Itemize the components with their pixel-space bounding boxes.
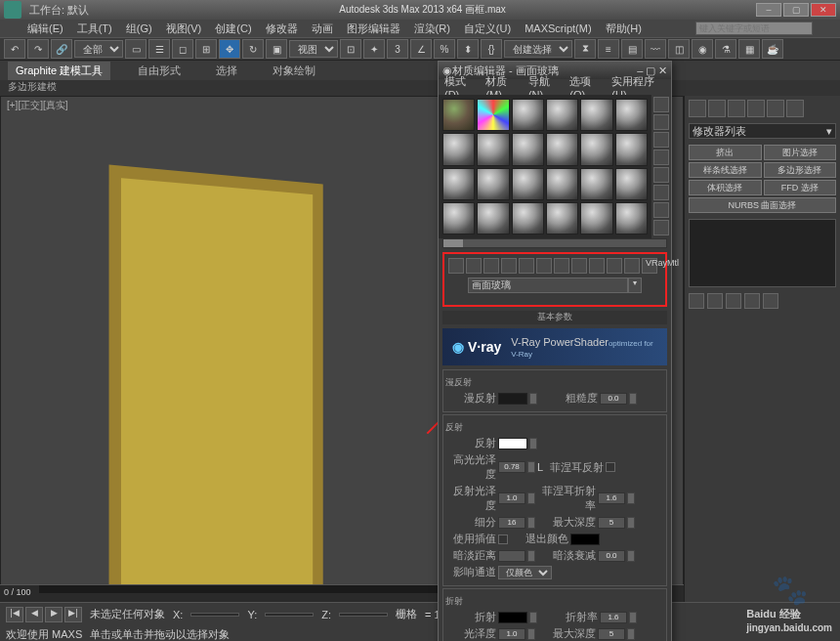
menu-tools[interactable]: 工具(T)	[77, 21, 112, 36]
spin-btn[interactable]	[527, 628, 535, 640]
material-slot[interactable]	[546, 99, 578, 131]
material-id-icon[interactable]	[571, 258, 587, 274]
spin-btn[interactable]	[527, 517, 535, 529]
angle-snap-button[interactable]: ∠	[410, 39, 432, 59]
menu-create[interactable]: 创建(C)	[215, 21, 251, 36]
z-field[interactable]	[339, 613, 388, 617]
spin-btn[interactable]	[627, 517, 635, 529]
sample-uv-icon[interactable]	[653, 150, 669, 165]
prev-frame-button[interactable]: ◀	[25, 607, 43, 622]
utilities-panel-icon[interactable]	[786, 100, 804, 117]
undo-button[interactable]: ↶	[4, 39, 25, 59]
schematic-button[interactable]: ◫	[668, 39, 690, 59]
menu-customize[interactable]: 自定义(U)	[464, 21, 511, 36]
material-scrollbar[interactable]	[442, 238, 667, 248]
pivot-button[interactable]: ⊡	[340, 39, 361, 59]
selection-filter[interactable]: 全部	[74, 40, 123, 58]
material-slot[interactable]	[580, 168, 612, 200]
material-slot[interactable]	[615, 202, 648, 235]
named-sel-dropdown[interactable]: 创建选择集	[504, 40, 572, 58]
viewport-label[interactable]: [+][正交][真实]	[7, 99, 68, 112]
snap-button[interactable]: 3	[387, 39, 408, 59]
named-sel-button[interactable]: {}	[481, 39, 502, 59]
window-crossing-button[interactable]: ⊞	[195, 39, 217, 59]
next-frame-button[interactable]: ▶|	[64, 607, 82, 622]
menu-help[interactable]: 帮助(H)	[606, 21, 642, 36]
layers-button[interactable]: ▤	[621, 39, 643, 59]
tab-selection[interactable]: 选择	[208, 62, 245, 80]
display-panel-icon[interactable]	[767, 100, 784, 117]
material-slot[interactable]	[477, 99, 509, 131]
refl-interp-checkbox[interactable]	[498, 534, 508, 544]
get-material-icon[interactable]	[448, 258, 464, 274]
unique-icon[interactable]	[726, 293, 741, 309]
put-library-icon[interactable]	[554, 258, 569, 274]
show-map-icon[interactable]	[589, 258, 605, 274]
material-slot[interactable]	[512, 133, 544, 165]
pin-stack-icon[interactable]	[689, 293, 704, 309]
refr-gloss-spinner[interactable]: 1.0	[498, 628, 525, 640]
workspace-label[interactable]: 工作台: 默认	[29, 3, 89, 18]
material-slot[interactable]	[615, 133, 648, 165]
dimfall-spinner[interactable]: 0.0	[598, 550, 625, 562]
make-copy-icon[interactable]	[519, 258, 534, 274]
material-slot[interactable]	[512, 168, 544, 200]
maximize-button[interactable]: ▢	[783, 3, 809, 17]
material-slot[interactable]	[512, 202, 544, 235]
mod-imgsel[interactable]: 图片选择	[764, 145, 837, 160]
backlight-icon[interactable]	[653, 114, 669, 130]
tab-freeform[interactable]: 自由形式	[130, 62, 189, 80]
video-check-icon[interactable]	[653, 167, 669, 183]
mod-poly[interactable]: 多边形选择	[764, 162, 837, 178]
spin-btn[interactable]	[527, 492, 535, 504]
fresnel-checkbox[interactable]	[606, 462, 615, 472]
motion-panel-icon[interactable]	[747, 100, 765, 117]
search-input[interactable]	[695, 21, 813, 35]
menu-graph[interactable]: 图形编辑器	[347, 21, 400, 36]
refl-maxdepth-spinner[interactable]: 5	[598, 517, 625, 529]
mod-spline[interactable]: 样条线选择	[689, 162, 762, 178]
play-button[interactable]: ▶	[45, 607, 63, 622]
refl-affect-dropdown[interactable]: 仅颜色	[498, 566, 552, 579]
scale-button[interactable]: ▣	[266, 39, 287, 59]
render-setup-button[interactable]: ⚗	[715, 39, 736, 59]
select-by-mat-icon[interactable]	[653, 220, 669, 235]
material-slot[interactable]	[615, 99, 648, 131]
ribbon-subbar[interactable]: 多边形建模	[0, 80, 840, 96]
x-field[interactable]	[190, 613, 239, 617]
mod-nurbs[interactable]: NURBS 曲面选择	[689, 197, 836, 213]
menu-edit[interactable]: 编辑(E)	[27, 21, 63, 36]
material-slot[interactable]	[580, 133, 612, 165]
percent-snap-button[interactable]: %	[434, 39, 455, 59]
put-scene-icon[interactable]	[466, 258, 482, 274]
material-slot[interactable]	[442, 133, 475, 165]
goto-start-button[interactable]: |◀	[6, 607, 23, 622]
sample-type-icon[interactable]	[653, 97, 669, 112]
menu-maxscript[interactable]: MAXScript(M)	[525, 22, 591, 34]
reflgloss-spinner[interactable]: 1.0	[498, 492, 525, 504]
render-button[interactable]: ☕	[762, 39, 783, 59]
material-type-label[interactable]: VRayMtl	[646, 258, 679, 268]
modifier-list-dropdown[interactable]: 修改器列表▾	[689, 123, 836, 139]
mod-extrude[interactable]: 挤出	[689, 145, 762, 160]
spin-btn[interactable]	[527, 461, 535, 473]
material-slot[interactable]	[580, 202, 612, 235]
preview-icon[interactable]	[653, 185, 669, 200]
modify-panel-icon[interactable]	[708, 100, 726, 117]
refl-subdiv-spinner[interactable]: 16	[498, 517, 525, 529]
spin-btn[interactable]	[529, 612, 537, 623]
show-end-icon[interactable]	[707, 293, 723, 309]
fresnel-ior-spinner[interactable]: 1.6	[598, 492, 625, 504]
material-slot[interactable]	[442, 202, 475, 235]
close-button[interactable]: ✕	[811, 3, 836, 17]
minimize-button[interactable]: –	[756, 3, 781, 17]
mod-ffd[interactable]: FFD 选择	[764, 180, 837, 195]
align-button[interactable]: ≡	[598, 39, 619, 59]
mod-vol[interactable]: 体积选择	[689, 180, 762, 195]
spin-btn[interactable]	[627, 628, 635, 640]
select-name-button[interactable]: ☰	[148, 39, 170, 59]
spin-btn[interactable]	[627, 550, 635, 562]
modifier-stack[interactable]	[689, 219, 836, 287]
ior-spinner[interactable]: 1.6	[600, 612, 627, 623]
spin-btn[interactable]	[627, 492, 635, 504]
